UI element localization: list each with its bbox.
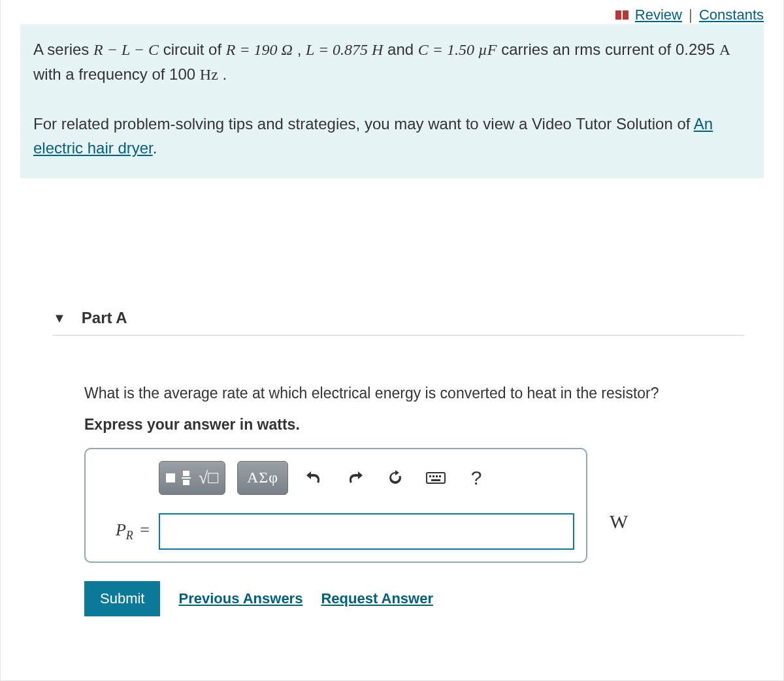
keyboard-icon xyxy=(426,471,446,485)
comma-sep: , xyxy=(297,40,306,58)
template-fraction-icon xyxy=(182,471,191,485)
rlc-expr: R − L − C xyxy=(93,41,159,58)
tips-period: . xyxy=(153,139,157,157)
svg-rect-6 xyxy=(439,475,441,477)
templates-button[interactable]: √□ xyxy=(159,461,225,495)
reset-icon xyxy=(387,469,404,486)
reset-button[interactable] xyxy=(381,464,410,492)
problem-text-2: circuit of xyxy=(163,40,226,58)
book-icon xyxy=(615,7,630,24)
undo-button[interactable] xyxy=(300,464,329,492)
part-a-title: Part A xyxy=(82,309,127,327)
previous-answers-link[interactable]: Previous Answers xyxy=(178,590,302,607)
tips-text: For related problem-solving tips and str… xyxy=(33,115,694,133)
svg-rect-5 xyxy=(436,475,438,477)
c-expr: C = 1.50 µF xyxy=(418,41,497,58)
constants-link[interactable]: Constants xyxy=(699,7,764,23)
r-expr: R = 190 Ω xyxy=(226,41,293,58)
template-sqrt-icon: √□ xyxy=(199,468,218,488)
instruction-text: Express your answer in watts. xyxy=(84,416,744,434)
svg-rect-4 xyxy=(433,475,434,477)
unit-label: W xyxy=(610,511,628,533)
problem-period: . xyxy=(222,65,227,83)
page-container: Review | Constants A series R − L − C ci… xyxy=(0,0,784,681)
redo-button[interactable] xyxy=(340,464,369,492)
equals-sign: = xyxy=(136,520,150,539)
caret-down-icon: ▼ xyxy=(53,311,66,326)
svg-rect-1 xyxy=(623,10,629,20)
l-expr: L = 0.875 H xyxy=(306,41,383,58)
problem-text-4: with a frequency of 100 xyxy=(33,65,200,83)
help-button[interactable]: ? xyxy=(462,464,491,492)
answer-input-row: PR = xyxy=(97,513,574,550)
question-text: What is the average rate at which electr… xyxy=(84,381,744,405)
symbols-button[interactable]: ΑΣφ xyxy=(237,461,288,495)
submit-button[interactable]: Submit xyxy=(84,581,160,616)
hz-unit: Hz xyxy=(200,66,218,83)
svg-rect-2 xyxy=(427,473,445,483)
answer-input[interactable] xyxy=(159,513,574,550)
part-a-header[interactable]: ▼ Part A xyxy=(53,309,744,336)
actions-row: Submit Previous Answers Request Answer xyxy=(84,581,783,616)
redo-icon xyxy=(346,470,364,486)
svg-rect-0 xyxy=(615,10,621,20)
variable-label: PR = xyxy=(97,520,150,543)
problem-text-1: A series xyxy=(33,40,93,58)
template-box-icon xyxy=(166,473,175,483)
answer-box: √□ ΑΣφ xyxy=(84,448,587,563)
undo-icon xyxy=(305,470,323,486)
svg-rect-3 xyxy=(429,475,431,477)
and-text: and xyxy=(387,40,418,58)
a-unit: A xyxy=(719,41,730,58)
problem-statement: A series R − L − C circuit of R = 190 Ω … xyxy=(20,24,764,178)
equation-toolbar: √□ ΑΣφ xyxy=(97,461,574,495)
variable-r-sub: R xyxy=(126,529,133,542)
review-link[interactable]: Review xyxy=(635,7,682,23)
top-links-bar: Review | Constants xyxy=(1,0,783,24)
link-separator: | xyxy=(689,7,693,23)
variable-p: P xyxy=(116,520,126,539)
keyboard-button[interactable] xyxy=(421,464,450,492)
svg-rect-7 xyxy=(431,479,440,481)
problem-text-3: carries an rms current of 0.295 xyxy=(501,40,719,58)
request-answer-link[interactable]: Request Answer xyxy=(321,590,433,607)
